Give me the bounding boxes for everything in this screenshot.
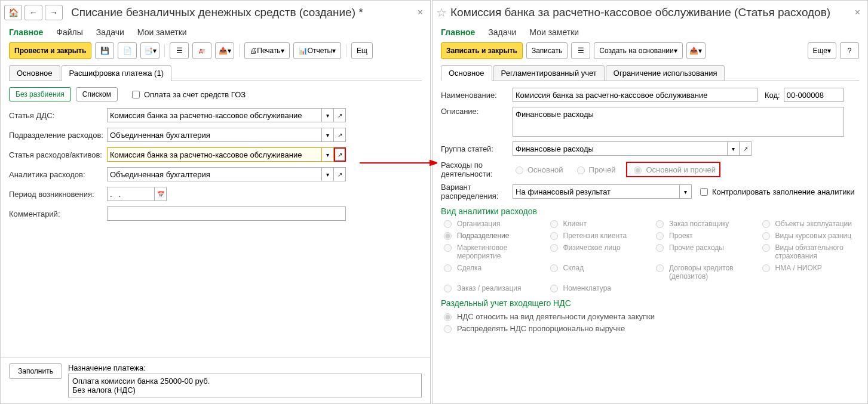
post-icon[interactable]: 📄 [118,42,137,59]
analytics-radio-item[interactable]: Проект [653,232,753,240]
purpose-text[interactable]: Оплата комиссии банка 25000-00 руб. Без … [68,374,422,397]
dt-kt-icon[interactable]: Дт [192,42,211,59]
tab-main-r[interactable]: Главное [441,26,475,39]
more-button-r[interactable]: Еще ▾ [808,42,836,59]
radio-main[interactable]: Основной [513,165,563,174]
export-icon[interactable]: 📤▾ [686,42,706,59]
analytics-radio-item[interactable]: Заказ / реализация [441,284,541,292]
vat-radio-2[interactable]: Распределять НДС пропорционально выручке [441,323,859,333]
sub-tab-main[interactable]: Основное [9,65,60,81]
reports-button[interactable]: 📊 Отчеты ▾ [293,42,341,59]
tab-tasks-r[interactable]: Задачи [488,26,516,39]
calendar-icon[interactable]: 📅 [155,187,167,201]
mode-list[interactable]: Списком [76,87,118,101]
star-icon[interactable]: ☆ [436,5,447,20]
print-button[interactable]: 🖨 Печать ▾ [244,42,289,59]
chevron-down-icon[interactable]: ▾ [680,184,692,199]
vat-radio-1[interactable]: НДС относить на вид деятельности докумен… [441,312,859,321]
fill-button[interactable]: Заполнить [9,363,62,379]
goz-checkbox[interactable]: Оплата за счет средств ГОЗ [130,89,246,100]
desc-textarea[interactable]: Финансовые расходы [513,107,844,137]
dds-label: Статья ДДС: [9,111,107,120]
analytics-radio-item[interactable] [759,284,860,292]
analytics-radio-item[interactable]: Претензия клиента [547,232,648,240]
dept-input[interactable] [107,128,322,142]
analytics-radio-item[interactable]: Сделка [441,264,541,280]
tab-tasks[interactable]: Задачи [96,26,124,39]
dk-icon[interactable]: 📑▾ [140,42,160,59]
tab-notes[interactable]: Мои заметки [137,26,187,39]
chevron-down-icon[interactable]: ▾ [322,147,334,162]
list-icon[interactable]: ☰ [170,42,189,59]
window-title-left: Списание безналичных денежных средств (с… [71,6,414,19]
analytics-radio-item[interactable]: Организация [441,220,541,228]
forward-button[interactable]: → [45,5,63,20]
tab-main[interactable]: Главное [9,26,43,39]
analytics-radio-item[interactable] [653,284,753,292]
name-input[interactable] [513,88,757,102]
analytics-radio-item[interactable]: Объекты эксплуатации [759,220,860,228]
save-button[interactable]: Записать [526,42,568,59]
radio-other[interactable]: Прочей [574,165,616,174]
analytics-radio-item[interactable]: Виды курсовых разниц [759,232,860,240]
help-icon[interactable]: ? [840,42,859,59]
analytics-radio-item[interactable]: Виды обязательного страхования [759,243,860,260]
sub-tab-reg[interactable]: Регламентированный учет [493,65,605,81]
activity-label: Расходы по деятельности: [441,161,513,178]
open-expense-icon[interactable]: ↗ [334,147,346,162]
back-button[interactable]: ← [24,5,42,20]
window-title-right: Комиссия банка за расчетно-кассовое обсл… [450,6,851,19]
sub-tab-main-r[interactable]: Основное [441,65,492,81]
comment-input[interactable] [107,206,346,221]
more-button[interactable]: Ещ [351,42,373,59]
sub-tab-detail[interactable]: Расшифровка платежа (1) [62,65,171,81]
mode-no-split[interactable]: Без разбиения [9,87,71,101]
analytics-label: Аналитика расходов: [9,170,107,179]
analytics-section-title: Вид аналитики расходов [441,206,859,216]
export-icon[interactable]: 📤▾ [215,42,234,59]
radio-both[interactable]: Основной и прочей [631,165,716,174]
open-icon[interactable]: ↗ [740,141,752,156]
analytics-radio-item[interactable]: НМА / НИОКР [759,264,860,280]
chevron-down-icon[interactable]: ▾ [322,108,334,122]
analytics-radio-item[interactable]: Заказ поставщику [653,220,753,228]
period-label: Период возникновения: [9,190,107,199]
group-input[interactable] [513,141,728,156]
list-icon[interactable]: ☰ [571,42,590,59]
purpose-label: Назначение платежа: [68,363,422,372]
analytics-input[interactable] [107,167,322,181]
sub-tab-restrict[interactable]: Ограничение использования [606,65,725,81]
chevron-down-icon[interactable]: ▾ [728,141,740,156]
close-icon[interactable]: × [851,7,864,18]
code-input[interactable] [784,88,844,102]
dds-input[interactable] [107,108,322,122]
save-icon[interactable]: 💾 [95,42,114,59]
open-icon[interactable]: ↗ [334,167,346,181]
post-and-close-button[interactable]: Провести и закрыть [9,42,91,59]
save-and-close-button[interactable]: Записать и закрыть [441,42,523,59]
open-icon[interactable]: ↗ [334,128,346,142]
analytics-radio-item[interactable]: Прочие расходы [653,243,753,260]
analytics-radio-item[interactable]: Клиент [547,220,648,228]
analytics-radio-item[interactable]: Маркетинговое мероприятие [441,243,541,260]
tab-notes-r[interactable]: Мои заметки [529,26,579,39]
analytics-radio-item[interactable]: Физическое лицо [547,243,648,260]
chevron-down-icon[interactable]: ▾ [322,167,334,181]
chevron-down-icon[interactable]: ▾ [322,128,334,142]
create-based-button[interactable]: Создать на основании ▾ [594,42,683,59]
analytics-radio-item[interactable]: Договоры кредитов (депозитов) [653,264,753,280]
period-input[interactable] [107,187,155,201]
variant-input[interactable] [513,184,680,199]
analytics-radio-item[interactable]: Склад [547,264,648,280]
tab-files[interactable]: Файлы [56,26,82,39]
close-icon[interactable]: × [414,7,427,18]
open-icon[interactable]: ↗ [334,108,346,122]
expense-input[interactable] [107,147,322,162]
variant-label: Вариант распределения: [441,183,513,201]
analytics-radio-item[interactable]: Номенклатура [547,284,648,292]
dept-label: Подразделение расходов: [9,131,107,140]
comment-label: Комментарий: [9,209,107,218]
analytics-radio-item[interactable]: Подразделение [441,232,541,240]
control-checkbox[interactable]: Контролировать заполнение аналитики [698,186,855,198]
home-button[interactable]: 🏠 [4,5,22,20]
